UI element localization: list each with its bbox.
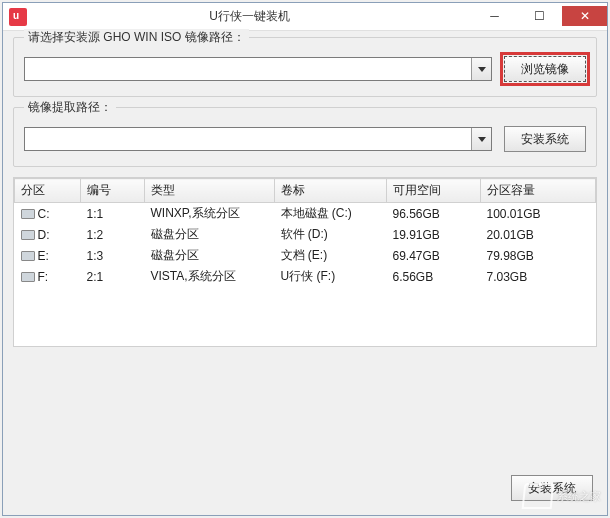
minimize-button[interactable]: ─ <box>472 6 517 26</box>
cell-type: WINXP,系统分区 <box>145 203 275 225</box>
cell-free: 19.91GB <box>387 224 481 245</box>
cell-type: 磁盘分区 <box>145 224 275 245</box>
cell-num: 1:3 <box>81 245 145 266</box>
table-row[interactable]: D:1:2磁盘分区软件 (D:)19.91GB20.01GB <box>15 224 596 245</box>
cell-cap: 100.01GB <box>481 203 596 225</box>
table-row[interactable]: F:2:1VISTA,系统分区U行侠 (F:)6.56GB7.03GB <box>15 266 596 287</box>
cell-num: 1:2 <box>81 224 145 245</box>
cell-label: U行侠 (F:) <box>275 266 387 287</box>
cell-drive: F: <box>38 270 49 284</box>
col-capacity[interactable]: 分区容量 <box>481 179 596 203</box>
window-controls: ─ ☐ ✕ <box>472 6 607 28</box>
col-free[interactable]: 可用空间 <box>387 179 481 203</box>
cell-free: 96.56GB <box>387 203 481 225</box>
cell-cap: 20.01GB <box>481 224 596 245</box>
cell-free: 69.47GB <box>387 245 481 266</box>
col-type[interactable]: 类型 <box>145 179 275 203</box>
cell-label: 软件 (D:) <box>275 224 387 245</box>
cell-free: 6.56GB <box>387 266 481 287</box>
source-path-group: 请选择安装源 GHO WIN ISO 镜像路径： 浏览镜像 <box>13 37 597 97</box>
cell-cap: 7.03GB <box>481 266 596 287</box>
extract-path-combo[interactable] <box>24 127 492 151</box>
partition-table: 分区 编号 类型 卷标 可用空间 分区容量 C:1:1WINXP,系统分区本地磁… <box>13 177 597 347</box>
cell-label: 本地磁盘 (C:) <box>275 203 387 225</box>
extract-path-group: 镜像提取路径： 安装系统 <box>13 107 597 167</box>
drive-icon <box>21 251 35 261</box>
table-header-row: 分区 编号 类型 卷标 可用空间 分区容量 <box>15 179 596 203</box>
col-partition[interactable]: 分区 <box>15 179 81 203</box>
table-row[interactable]: E:1:3磁盘分区文档 (E:)69.47GB79.98GB <box>15 245 596 266</box>
table-row[interactable]: C:1:1WINXP,系统分区本地磁盘 (C:)96.56GB100.01GB <box>15 203 596 225</box>
drive-icon <box>21 230 35 240</box>
footer-install-button[interactable]: 安装系统 <box>511 475 593 501</box>
source-path-combo[interactable] <box>24 57 492 81</box>
chevron-down-icon[interactable] <box>471 128 491 150</box>
cell-type: 磁盘分区 <box>145 245 275 266</box>
cell-num: 2:1 <box>81 266 145 287</box>
cell-type: VISTA,系统分区 <box>145 266 275 287</box>
maximize-button[interactable]: ☐ <box>517 6 562 26</box>
app-icon <box>9 8 27 26</box>
cell-drive: E: <box>38 249 49 263</box>
chevron-down-icon[interactable] <box>471 58 491 80</box>
extract-path-label: 镜像提取路径： <box>24 99 116 116</box>
window-title: U行侠一键装机 <box>27 8 472 25</box>
close-button[interactable]: ✕ <box>562 6 607 26</box>
col-label[interactable]: 卷标 <box>275 179 387 203</box>
install-system-button[interactable]: 安装系统 <box>504 126 586 152</box>
cell-drive: D: <box>38 228 50 242</box>
col-number[interactable]: 编号 <box>81 179 145 203</box>
drive-icon <box>21 209 35 219</box>
content-area: 请选择安装源 GHO WIN ISO 镜像路径： 浏览镜像 镜像提取路径： 安装… <box>3 31 607 357</box>
app-window: U行侠一键装机 ─ ☐ ✕ 请选择安装源 GHO WIN ISO 镜像路径： 浏… <box>2 2 608 516</box>
cell-label: 文档 (E:) <box>275 245 387 266</box>
titlebar: U行侠一键装机 ─ ☐ ✕ <box>3 3 607 31</box>
cell-drive: C: <box>38 207 50 221</box>
browse-image-button[interactable]: 浏览镜像 <box>504 56 586 82</box>
cell-cap: 79.98GB <box>481 245 596 266</box>
source-path-label: 请选择安装源 GHO WIN ISO 镜像路径： <box>24 29 249 46</box>
cell-num: 1:1 <box>81 203 145 225</box>
drive-icon <box>21 272 35 282</box>
